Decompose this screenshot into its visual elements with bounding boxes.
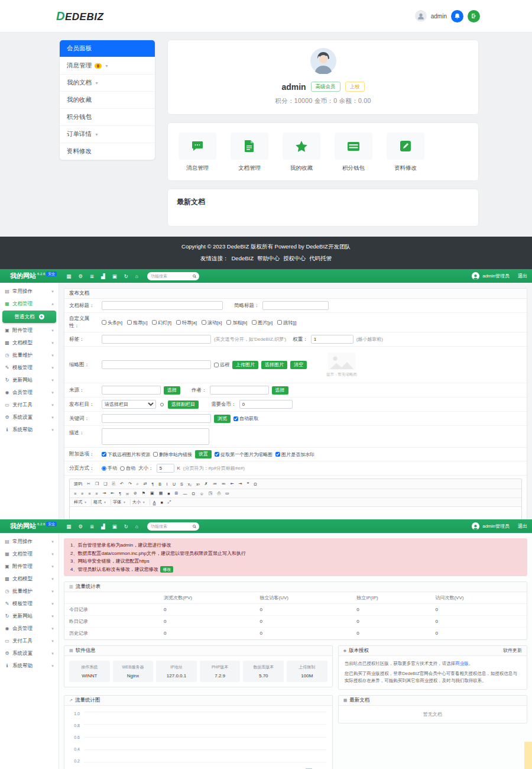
editor-dropdown[interactable]: 格式▼ — [92, 499, 111, 505]
editor-tool-button[interactable]: 源码 — [72, 480, 84, 487]
search-input[interactable] — [151, 274, 189, 278]
sidebar-item[interactable]: ⚙ 系统设置 ▼ — [0, 411, 59, 424]
custom-attr-checkbox[interactable]: 推荐[c] — [127, 319, 147, 326]
sidebar-item[interactable]: ▦ 文档管理 ▼ — [0, 548, 59, 560]
settings-gear-icon[interactable]: ⚙ — [78, 273, 83, 279]
remote-checkbox[interactable]: 远程 — [214, 361, 229, 368]
editor-dropdown[interactable]: 样式▼ — [72, 499, 92, 505]
text-color-button[interactable]: A — [151, 500, 158, 505]
column-search-icon[interactable] — [160, 403, 164, 406]
editor-tool-button[interactable]: ⇄ — [142, 481, 149, 487]
sidebar-item[interactable]: ◷ 批量维护 ▼ — [0, 349, 59, 361]
site-name[interactable]: 我的网站 — [10, 272, 36, 280]
admin-username[interactable]: admin管理员 — [482, 523, 510, 529]
custom-attr-checkbox[interactable]: 特荐[a] — [176, 319, 197, 326]
remove-links-checkbox[interactable]: 删除非站内链接 — [153, 451, 192, 458]
folder-icon[interactable]: ▣ — [112, 273, 117, 279]
tag-input[interactable] — [102, 335, 211, 344]
chart-icon[interactable]: ▟ — [101, 273, 105, 279]
editor-tool-button[interactable]: ⎘ — [110, 481, 117, 487]
custom-attr-checkbox[interactable]: 头条[h] — [102, 319, 122, 326]
sidebar-item[interactable]: ◉ 会员管理 ▼ — [0, 622, 59, 635]
editor-tool-button[interactable]: ✂ — [85, 481, 92, 487]
sidebar-item-my-docs[interactable]: 我的文档▼ — [60, 74, 155, 91]
editor-tool-button[interactable]: ▭ — [223, 490, 231, 496]
sidebar-item[interactable]: ↻ 更新网站 ▼ — [0, 610, 59, 622]
site-name[interactable]: 我的网站 — [10, 522, 36, 531]
notifications-button[interactable] — [451, 10, 463, 22]
editor-tool-button[interactable]: ¶ — [117, 491, 123, 496]
editor-tool-button[interactable]: I — [164, 482, 170, 487]
sidebar-active-doc-type[interactable]: 普通文档 + — [2, 311, 56, 323]
editor-tool-button[interactable]: ― — [181, 491, 189, 496]
function-search[interactable] — [147, 272, 199, 280]
sidebar-item[interactable]: ▣ 附件管理 ▼ — [0, 324, 59, 337]
browse-button[interactable]: 浏览 — [214, 415, 231, 423]
paging-auto-radio[interactable]: 自动 — [120, 465, 135, 471]
modules-grid-icon[interactable]: ▦ — [66, 524, 71, 529]
chart-icon[interactable]: ▟ — [101, 524, 105, 529]
editor-tool-button[interactable]: ⌕ — [135, 481, 141, 487]
search-input[interactable] — [151, 524, 189, 528]
sidebar-item[interactable]: ▣ 附件管理 ▼ — [0, 560, 59, 573]
editor-tool-button[interactable]: S — [179, 482, 185, 487]
editor-tool-button[interactable]: ¶ — [150, 482, 156, 487]
footer-link[interactable]: 代码托管 — [309, 255, 332, 263]
editor-tool-button[interactable]: ≡ — [93, 491, 99, 496]
coin-input[interactable] — [239, 400, 293, 409]
modify-button[interactable]: 修改 — [160, 566, 173, 573]
custom-attr-checkbox[interactable]: 图片[p] — [252, 319, 273, 326]
editor-tool-button[interactable]: ☺ — [198, 491, 206, 496]
home-icon[interactable]: ⌂ — [135, 524, 138, 529]
editor-tool-button[interactable]: ❝ — [245, 481, 251, 487]
editor-tool-button[interactable]: ■ — [166, 491, 171, 496]
editor-tool-button[interactable]: ▣ — [148, 490, 156, 496]
logout-button[interactable] — [468, 10, 480, 22]
editor-tool-button[interactable]: ≕ — [220, 481, 228, 487]
editor-tool-button[interactable]: ❐ — [93, 481, 100, 487]
source-input[interactable] — [102, 386, 161, 395]
home-icon[interactable]: ⌂ — [135, 273, 138, 279]
editor-tool-button[interactable]: B — [157, 482, 163, 487]
editor-tool-button[interactable]: ❑ — [102, 481, 109, 487]
column-select[interactable]: 请选择栏目 — [102, 400, 156, 409]
editor-tool-button[interactable]: ≔ — [211, 481, 219, 487]
editor-content-area[interactable] — [70, 507, 521, 519]
refresh-icon[interactable]: ↻ — [124, 524, 128, 529]
commercial-link[interactable]: 商业版 — [455, 661, 469, 666]
settings-gear-icon[interactable]: ⚙ — [78, 524, 83, 529]
avatar[interactable] — [415, 10, 427, 22]
sidebar-item-profile-edit[interactable]: 资料修改 — [60, 143, 155, 160]
weight-input[interactable] — [311, 335, 353, 344]
custom-attr-checkbox[interactable]: 跳转[j] — [277, 319, 296, 326]
doc-title-input[interactable] — [102, 301, 223, 310]
sidebar-item[interactable]: ℹ 系统帮助 ▼ — [0, 660, 59, 672]
sidebar-item[interactable]: ⚙ 系统设置 ▼ — [0, 647, 59, 660]
author-select-button[interactable]: 选择 — [272, 386, 288, 395]
list-icon[interactable]: ≣ — [90, 524, 94, 529]
editor-tool-button[interactable]: x₂ — [186, 482, 193, 487]
shortcut-wallet[interactable]: 积分钱包 — [335, 133, 372, 172]
author-input[interactable] — [210, 386, 269, 395]
sidebar-item[interactable]: ▩ 文档模型 ▼ — [0, 573, 59, 585]
page-size-input[interactable] — [157, 464, 174, 473]
clear-button[interactable]: 清空 — [290, 361, 307, 369]
extra-settings-button[interactable]: 设置 — [195, 450, 212, 458]
sidebar-item[interactable]: ↻ 更新网站 ▼ — [0, 374, 59, 386]
bg-color-button[interactable]: ■ — [158, 500, 164, 505]
upload-image-button[interactable]: 上传图片 — [232, 361, 258, 369]
sidebar-item[interactable]: ◷ 批量维护 ▼ — [0, 585, 59, 597]
footer-link[interactable]: 授权中心 — [283, 255, 306, 263]
sidebar-item[interactable]: ▤ 常用操作 ▼ — [0, 285, 59, 298]
editor-tool-button[interactable]: ⇤ — [229, 481, 236, 487]
editor-tool-button[interactable]: ↶ — [118, 481, 125, 487]
editor-tool-button[interactable]: ⎙ — [215, 490, 222, 496]
download-remote-checkbox[interactable]: 下载远程图片和资源 — [102, 451, 150, 458]
thumbnail-input[interactable] — [102, 360, 211, 369]
shortcut-favorites[interactable]: 我的收藏 — [283, 133, 320, 172]
sidebar-item[interactable]: ▭ 支付工具 ▼ — [0, 635, 59, 647]
function-search[interactable] — [147, 522, 199, 531]
custom-attr-checkbox[interactable]: 加粗[b] — [226, 319, 247, 326]
sidebar-item[interactable]: ▭ 支付工具 ▼ — [0, 399, 59, 411]
modules-grid-icon[interactable]: ▦ — [66, 273, 71, 279]
